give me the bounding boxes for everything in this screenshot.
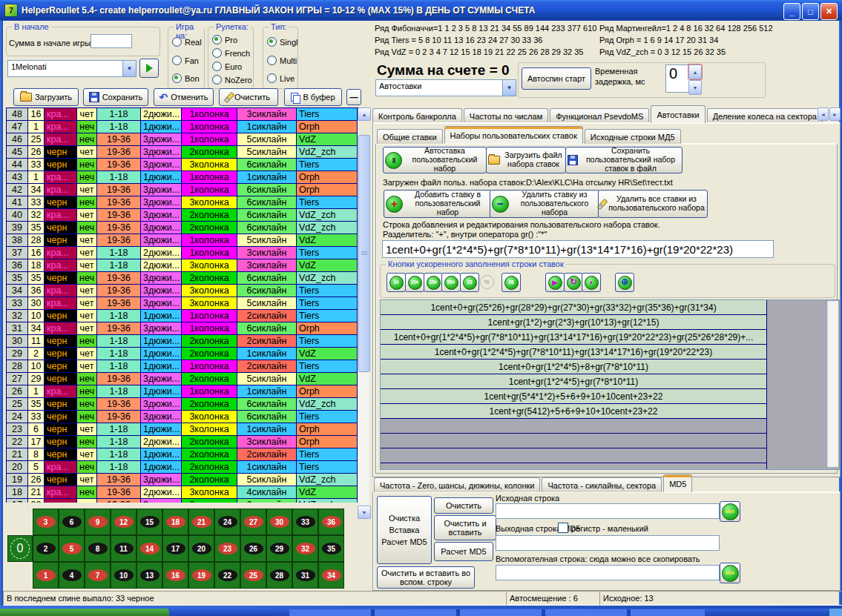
table-row[interactable]: 3210чернчет1-181дюжи...1колонка2сиклайнT… bbox=[7, 310, 358, 322]
toolbar-undo-button[interactable]: ↶Отменить bbox=[154, 88, 214, 106]
tab-main-3[interactable]: Функционал PsevdoMS bbox=[550, 108, 649, 123]
maximize-button[interactable]: □ bbox=[802, 3, 819, 20]
board-number-26[interactable]: 26 bbox=[240, 535, 266, 562]
tab-sub-3[interactable]: Исходные строки МД5 bbox=[585, 129, 681, 144]
table-row[interactable]: 218чернчет1-181дюжи...2колонка2сиклайнTi… bbox=[7, 448, 358, 461]
button-save-disk[interactable]: Сохранить пользовательский набор ставок … bbox=[565, 147, 683, 173]
table-row[interactable]: 3716кра...чет1-182дюжи...1колонка3сиклай… bbox=[7, 247, 358, 259]
play-strategy-button[interactable] bbox=[139, 59, 159, 78]
board-number-4[interactable]: 4 bbox=[59, 562, 85, 589]
table-row[interactable]: 3828чернчет19-363дюжи...1колонка5сиклайн… bbox=[7, 234, 358, 247]
radio-icon[interactable] bbox=[267, 73, 277, 83]
radio-icon[interactable] bbox=[172, 37, 182, 47]
table-row[interactable]: 261кра...неч1-181дюжи...1колонка1сиклайн… bbox=[7, 385, 358, 398]
table-row[interactable]: 2217черннеч1-182дюжи...2колонка3сиклайнO… bbox=[7, 436, 358, 448]
quick-action-play[interactable]: ▶ bbox=[545, 273, 565, 292]
md5-clear-paste-button[interactable]: Очистить и вставить bbox=[434, 515, 496, 540]
table-row[interactable]: 1926чернчет19-363дюжи...2колонка5сиклайн… bbox=[7, 474, 358, 486]
table-row[interactable]: 3330кра...чет19-363дюжи...3колонка5сикла… bbox=[7, 297, 358, 310]
board-number-8[interactable]: 8 bbox=[85, 535, 111, 562]
tab-bottom-3[interactable]: MD5 bbox=[663, 474, 692, 492]
table-row[interactable]: 431кра...неч1-181дюжи...1колонка1сиклайн… bbox=[7, 171, 358, 184]
table-row[interactable]: 4234кра...чет19-363дюжи...1колонка6сикла… bbox=[7, 184, 358, 196]
toolbar-copy-button[interactable]: В буфер bbox=[284, 88, 342, 106]
bet-string-row[interactable]: 1cent+0+gr(1*2*4*5)+gr(7*8*10*11)+gr(13*… bbox=[381, 330, 767, 345]
table-row[interactable]: 3618кра...чет1-182дюжи...3колонка3сиклай… bbox=[7, 259, 358, 272]
radio-option-french[interactable]: French bbox=[212, 48, 250, 58]
autobets-combo[interactable]: Автоставки ▼ bbox=[375, 79, 516, 96]
board-number-16[interactable]: 16 bbox=[162, 562, 188, 589]
radio-icon[interactable] bbox=[212, 75, 222, 85]
board-number-7[interactable]: 7 bbox=[85, 562, 111, 589]
md5-calc-button[interactable]: Расчет MD5 bbox=[434, 542, 493, 561]
tab-main-2[interactable]: Частоты по числам bbox=[464, 108, 548, 123]
quick-action-redo[interactable]: ↻ bbox=[564, 273, 583, 292]
board-zero-cell[interactable]: 0 bbox=[7, 535, 33, 562]
board-number-11[interactable]: 11 bbox=[111, 535, 137, 562]
board-number-25[interactable]: 25 bbox=[240, 562, 266, 589]
table-row[interactable]: 4032кра...чет19-363дюжи...2колонка6сикла… bbox=[7, 209, 358, 222]
start-sum-input[interactable] bbox=[91, 34, 132, 48]
board-number-2[interactable]: 2 bbox=[33, 535, 59, 562]
table-row[interactable]: 3436кра...чет19-363дюжи...3колонка6сикла… bbox=[7, 285, 358, 297]
spinner-down-button[interactable]: ▼ bbox=[688, 80, 702, 95]
board-number-12[interactable]: 12 bbox=[111, 509, 137, 535]
bet-string-row[interactable]: 1cent+gr(1*2*4*5)+gr(7*8*10*11) bbox=[381, 374, 767, 389]
chevron-down-icon[interactable]: ▼ bbox=[122, 61, 136, 76]
md5-calc-aux-button[interactable]: MD5 bbox=[720, 563, 740, 583]
table-row[interactable]: 3535черннеч19-363дюжи...2колонка6сиклайн… bbox=[7, 272, 358, 285]
button-remove-circle[interactable]: −Удалить ставку из пользовательского наб… bbox=[490, 190, 599, 218]
bet-string-row[interactable]: 1cent+0+gr(1*2*4*5)+gr(7*8*10*11)+gr(13*… bbox=[381, 345, 767, 360]
radio-icon[interactable] bbox=[172, 73, 182, 83]
taskbar[interactable] bbox=[0, 609, 842, 616]
board-number-27[interactable]: 27 bbox=[240, 509, 266, 535]
bet-string-row[interactable]: 1cent+0+gr(1*2*4*5)+8+gr(7*8*10*11) bbox=[381, 360, 767, 374]
tab-main-1[interactable]: Контроль банкролла bbox=[372, 108, 462, 123]
md5-source-input[interactable] bbox=[496, 503, 720, 519]
quick-bet-button-0$[interactable]: 0$ bbox=[501, 273, 521, 292]
table-row[interactable]: 3134кра...чет19-363дюжи...1колонка6сикла… bbox=[7, 322, 358, 335]
radio-icon[interactable] bbox=[172, 56, 182, 65]
quick-action-wheel[interactable]: ⊕ bbox=[615, 273, 634, 292]
radio-option-live[interactable]: Live bbox=[267, 73, 295, 83]
board-number-32[interactable]: 32 bbox=[292, 535, 318, 562]
board-number-1[interactable]: 1 bbox=[33, 562, 59, 589]
board-number-18[interactable]: 18 bbox=[162, 509, 188, 535]
table-row[interactable]: 3011черннеч1-181дюжи...2колонка2сиклайнT… bbox=[7, 335, 358, 348]
bet-string-row[interactable]: 1cent+gr(1*2)+gr(2*3)+gr(10*13)+gr(12*15… bbox=[381, 315, 767, 330]
strategy-combo[interactable]: 1Melonati ▼ bbox=[7, 60, 137, 77]
quick-bet-button-1¢[interactable]: 1¢ bbox=[387, 273, 406, 292]
bet-string-row[interactable]: 1cent+gr(5412)+5+6+9+10+10cent+23+22 bbox=[381, 404, 767, 419]
collapse-button[interactable]: — bbox=[346, 89, 361, 105]
tab-main-5[interactable]: Деление колеса на сектора bbox=[707, 108, 823, 123]
spinner-up-button[interactable]: ▲ bbox=[688, 64, 702, 79]
tab-sub-2[interactable]: Наборы пользовательских ставок bbox=[444, 126, 583, 144]
radio-option-pro[interactable]: Pro bbox=[212, 35, 237, 44]
md5-clear-button[interactable]: Очистить bbox=[434, 497, 493, 514]
table-row[interactable]: 205кра...неч1-181дюжи...2колонка1сиклайн… bbox=[7, 461, 358, 474]
radio-option-real[interactable]: Real bbox=[172, 37, 202, 47]
close-button[interactable]: ✕ bbox=[820, 3, 838, 20]
bet-list-scrollbar[interactable] bbox=[827, 301, 838, 467]
title-bar[interactable]: 7 HelperRoullet 5.4- create helperroulle… bbox=[0, 0, 842, 21]
radio-option-nozero[interactable]: NoZero bbox=[212, 75, 252, 85]
radio-option-multi[interactable]: Multi bbox=[267, 56, 297, 65]
board-number-3[interactable]: 3 bbox=[33, 509, 59, 535]
board-number-35[interactable]: 35 bbox=[318, 535, 344, 562]
board-number-21[interactable]: 21 bbox=[188, 509, 214, 535]
table-row[interactable]: 4433черннеч19-363дюжи...3колонка6сиклайн… bbox=[7, 159, 358, 171]
table-row[interactable]: 4526чернчет19-363дюжи...2колонка5сиклайн… bbox=[7, 146, 358, 159]
table-row[interactable]: 2433черннеч19-363дюжи...3колонка6сиклайн… bbox=[7, 411, 358, 423]
scrollbar-thumb[interactable] bbox=[358, 135, 370, 372]
board-number-34[interactable]: 34 bbox=[318, 562, 344, 589]
radio-icon[interactable] bbox=[212, 62, 222, 71]
board-number-33[interactable]: 33 bbox=[292, 509, 318, 535]
board-number-20[interactable]: 20 bbox=[188, 535, 214, 562]
md5-output-input[interactable] bbox=[496, 535, 720, 551]
radio-icon[interactable] bbox=[212, 35, 222, 44]
table-row[interactable]: 1732кра...чет19-363дюжи...2колонка6сикла… bbox=[7, 499, 358, 503]
bet-string-input[interactable] bbox=[382, 240, 774, 258]
table-row[interactable]: 1821кра...неч19-362дюжи...3колонка4сикла… bbox=[7, 486, 358, 499]
minimize-button[interactable]: _ bbox=[783, 3, 800, 20]
radio-option-bon[interactable]: Bon bbox=[172, 73, 200, 83]
